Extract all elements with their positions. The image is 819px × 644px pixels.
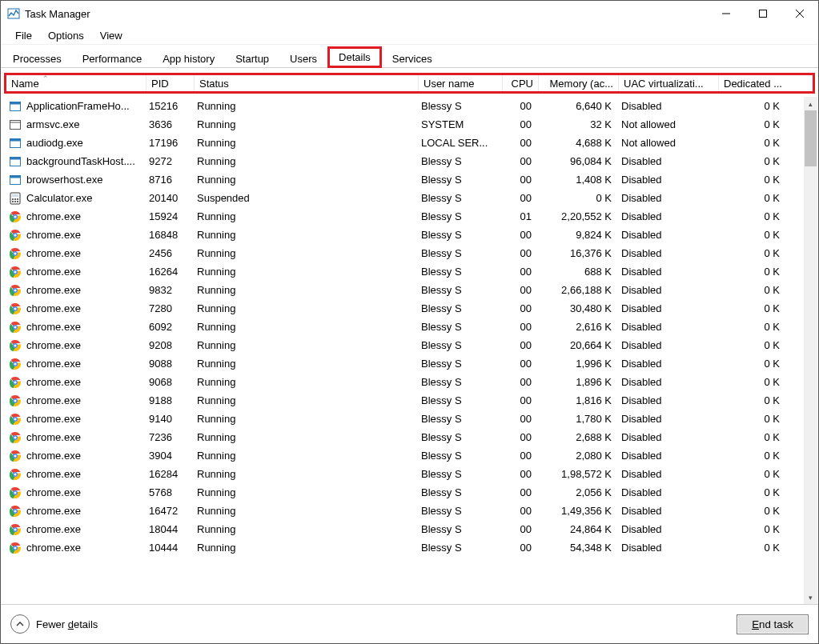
table-row[interactable]: chrome.exe16848RunningBlessy S009,824 KD… (4, 226, 815, 244)
minimize-button[interactable] (708, 1, 745, 26)
col-memory[interactable]: Memory (ac... (539, 75, 619, 91)
table-row[interactable]: chrome.exe9068RunningBlessy S001,896 KDi… (4, 373, 815, 391)
cell-user: Blessy S (416, 391, 500, 410)
table-row[interactable]: chrome.exe18044RunningBlessy S0024,864 K… (4, 520, 815, 538)
cell-uac: Disabled (616, 189, 717, 207)
tab-app-history[interactable]: App history (152, 49, 225, 68)
cell-cpu: 00 (500, 226, 536, 244)
table-row[interactable]: chrome.exe7280RunningBlessy S0030,480 KD… (4, 299, 815, 318)
cell-user: Blessy S (416, 446, 500, 465)
cell-user: SYSTEM (416, 115, 500, 134)
cell-cpu: 00 (500, 115, 536, 134)
cell-cpu: 00 (500, 391, 536, 410)
table-row[interactable]: chrome.exe5768RunningBlessy S002,056 KDi… (4, 483, 815, 502)
maximize-button[interactable] (745, 1, 781, 26)
table-row[interactable]: audiodg.exe17196RunningLOCAL SER...004,6… (4, 134, 815, 152)
table-row[interactable]: Calculator.exe20140SuspendedBlessy S000 … (4, 189, 815, 207)
table-row[interactable]: backgroundTaskHost....9272RunningBlessy … (4, 152, 815, 170)
cell-cpu: 00 (500, 465, 536, 483)
col-pid[interactable]: PID (147, 75, 195, 91)
scroll-thumb[interactable] (805, 110, 817, 166)
cell-pid: 3904 (144, 446, 192, 465)
tab-services[interactable]: Services (382, 49, 443, 68)
tab-startup[interactable]: Startup (225, 49, 279, 68)
chrome-icon (9, 431, 22, 444)
menu-view[interactable]: View (92, 28, 130, 43)
col-cpu[interactable]: CPU (503, 75, 539, 91)
cell-user: Blessy S (416, 538, 500, 557)
table-row[interactable]: chrome.exe9208RunningBlessy S0020,664 KD… (4, 336, 815, 354)
titlebar[interactable]: Task Manager (1, 1, 818, 26)
cell-user: Blessy S (416, 152, 500, 170)
svg-rect-8 (10, 120, 21, 122)
cell-user: LOCAL SER... (416, 134, 500, 152)
cell-memory: 688 K (536, 262, 616, 281)
tab-details[interactable]: Details (327, 46, 382, 68)
cell-status: Running (192, 391, 416, 410)
cell-dedicated: 0 K (717, 134, 785, 152)
chrome-icon (9, 266, 22, 278)
table-row[interactable]: chrome.exe9140RunningBlessy S001,780 KDi… (4, 410, 815, 428)
chrome-icon (9, 505, 22, 518)
cell-name: chrome.exe (4, 281, 144, 299)
tab-users[interactable]: Users (279, 49, 327, 68)
menu-options[interactable]: Options (40, 28, 92, 43)
vertical-scrollbar[interactable]: ▴ ▾ (804, 97, 817, 604)
col-status[interactable]: Status (195, 75, 419, 91)
table-row[interactable]: armsvc.exe3636RunningSYSTEM0032 KNot all… (4, 115, 815, 134)
table-row[interactable]: chrome.exe6092RunningBlessy S002,616 KDi… (4, 318, 815, 336)
cell-user: Blessy S (416, 170, 500, 189)
cell-status: Running (192, 226, 416, 244)
svg-point-21 (14, 201, 16, 202)
col-uac[interactable]: UAC virtualizati... (619, 75, 719, 91)
chrome-icon (9, 468, 22, 481)
chrome-icon (9, 394, 22, 407)
cell-uac: Disabled (616, 336, 717, 354)
table-row[interactable]: chrome.exe9088RunningBlessy S001,996 KDi… (4, 354, 815, 373)
svg-point-61 (14, 436, 16, 438)
cell-pid: 16264 (144, 262, 192, 281)
col-dedicated[interactable]: Dedicated ... (719, 75, 787, 91)
svg-rect-10 (10, 138, 21, 141)
cell-dedicated: 0 K (717, 170, 785, 189)
close-button[interactable] (781, 1, 818, 26)
svg-rect-16 (12, 194, 18, 197)
fewer-details-button[interactable]: Fewer details (10, 614, 98, 634)
cell-name: chrome.exe (4, 410, 144, 428)
scroll-up-icon[interactable]: ▴ (804, 97, 817, 110)
cell-name: chrome.exe (4, 262, 144, 281)
cell-user: Blessy S (416, 207, 500, 226)
chrome-icon (9, 284, 22, 297)
svg-point-64 (14, 454, 16, 457)
table-row[interactable]: chrome.exe7236RunningBlessy S002,688 KDi… (4, 428, 815, 446)
cell-uac: Disabled (616, 483, 717, 502)
cell-user: Blessy S (416, 97, 500, 115)
table-row[interactable]: chrome.exe9188RunningBlessy S001,816 KDi… (4, 391, 815, 410)
cell-dedicated: 0 K (717, 207, 785, 226)
table-row[interactable]: chrome.exe2456RunningBlessy S0016,376 KD… (4, 244, 815, 262)
table-row[interactable]: chrome.exe15924RunningBlessy S012,20,552… (4, 207, 815, 226)
window-title: Task Manager (25, 8, 90, 20)
table-row[interactable]: chrome.exe10444RunningBlessy S0054,348 K… (4, 538, 815, 557)
cell-dedicated: 0 K (717, 538, 785, 557)
end-task-button[interactable]: End task (737, 614, 809, 634)
cell-uac: Disabled (616, 428, 717, 446)
tab-performance[interactable]: Performance (72, 49, 152, 68)
table-row[interactable]: browserhost.exe8716RunningBlessy S001,40… (4, 170, 815, 189)
scroll-down-icon[interactable]: ▾ (804, 590, 817, 604)
table-row[interactable]: ApplicationFrameHo...15216RunningBlessy … (4, 97, 815, 115)
table-row[interactable]: chrome.exe9832RunningBlessy S002,66,188 … (4, 281, 815, 299)
cell-dedicated: 0 K (717, 299, 785, 318)
cell-name: chrome.exe (4, 354, 144, 373)
col-user[interactable]: User name (419, 75, 503, 91)
cell-name: chrome.exe (4, 373, 144, 391)
table-row[interactable]: chrome.exe16284RunningBlessy S001,98,572… (4, 465, 815, 483)
col-name[interactable]: Name⌃ (6, 75, 147, 91)
table-row[interactable]: chrome.exe16264RunningBlessy S00688 KDis… (4, 262, 815, 281)
menu-file[interactable]: File (7, 28, 40, 43)
tab-processes[interactable]: Processes (2, 49, 72, 68)
table-row[interactable]: chrome.exe16472RunningBlessy S001,49,356… (4, 502, 815, 520)
cell-cpu: 00 (500, 152, 536, 170)
table-row[interactable]: chrome.exe3904RunningBlessy S002,080 KDi… (4, 446, 815, 465)
svg-point-76 (14, 528, 16, 530)
